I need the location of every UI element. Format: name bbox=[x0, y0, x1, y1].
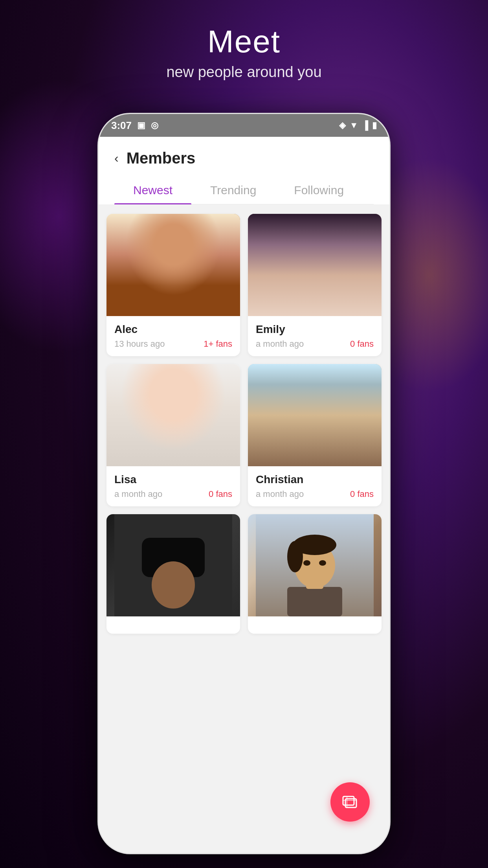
phone-shell: 3:07 ▣ ◎ ◈ ▼ ▐ ▮ ‹ Members bbox=[99, 114, 389, 853]
svg-point-42 bbox=[147, 392, 163, 427]
member-info-person5 bbox=[106, 616, 240, 634]
member-card-alec[interactable]: Alec 13 hours ago 1+ fans bbox=[106, 214, 240, 356]
no-disturb-icon: ◎ bbox=[151, 120, 158, 131]
svg-point-32 bbox=[320, 261, 325, 265]
svg-rect-0 bbox=[114, 214, 232, 316]
svg-rect-49 bbox=[287, 437, 342, 466]
member-meta-emily: a month ago 0 fans bbox=[256, 339, 374, 349]
tab-newest[interactable]: Newest bbox=[114, 177, 191, 204]
member-fans-lisa: 0 fans bbox=[209, 489, 232, 499]
hero-section: Meet new people around you bbox=[0, 24, 488, 81]
member-fans-alec: 1+ fans bbox=[204, 339, 232, 349]
svg-point-10 bbox=[152, 231, 195, 253]
svg-point-37 bbox=[138, 439, 169, 462]
app-content: ‹ Members Newest Trending Following bbox=[99, 137, 389, 853]
svg-point-45 bbox=[163, 410, 169, 414]
member-info-christian: Christian a month ago 0 fans bbox=[248, 466, 382, 506]
battery-icon: ▮ bbox=[372, 120, 377, 131]
fab-button[interactable] bbox=[330, 782, 370, 822]
member-photo-person6 bbox=[248, 514, 382, 616]
page-title: Members bbox=[127, 149, 196, 167]
member-card-person6[interactable] bbox=[248, 514, 382, 634]
fab-icon bbox=[341, 793, 359, 811]
members-grid: Alec 13 hours ago 1+ fans bbox=[99, 204, 389, 643]
member-photo-person5 bbox=[106, 514, 240, 616]
member-info-lisa: Lisa a month ago 0 fans bbox=[106, 466, 240, 506]
member-info-person6 bbox=[248, 616, 382, 634]
svg-point-59 bbox=[312, 416, 317, 423]
member-photo-christian bbox=[248, 364, 382, 466]
svg-point-53 bbox=[290, 390, 339, 401]
svg-rect-52 bbox=[293, 393, 336, 400]
phone-container: 3:07 ▣ ◎ ◈ ▼ ▐ ▮ ‹ Members bbox=[99, 114, 389, 853]
member-name-emily: Emily bbox=[256, 323, 374, 336]
svg-rect-19 bbox=[358, 214, 366, 316]
member-meta-christian: a month ago 0 fans bbox=[256, 489, 374, 499]
svg-rect-21 bbox=[307, 277, 323, 289]
svg-point-33 bbox=[313, 267, 317, 272]
svg-point-51 bbox=[294, 392, 335, 437]
status-left: 3:07 ▣ ◎ bbox=[111, 120, 158, 132]
tabs-bar: Newest Trending Following bbox=[114, 177, 374, 204]
sim-card-icon: ▣ bbox=[137, 120, 145, 131]
wifi-icon: ▼ bbox=[350, 120, 358, 131]
svg-point-46 bbox=[177, 410, 183, 414]
signal-icon: ▐ bbox=[362, 120, 368, 131]
svg-point-9 bbox=[152, 237, 195, 285]
member-name-lisa: Lisa bbox=[114, 473, 232, 486]
svg-point-24 bbox=[301, 229, 328, 252]
member-card-christian[interactable]: Christian a month ago 0 fans bbox=[248, 364, 382, 506]
svg-point-60 bbox=[303, 424, 327, 434]
member-card-emily[interactable]: Emily a month ago 0 fans bbox=[248, 214, 382, 356]
svg-point-16 bbox=[171, 262, 176, 268]
back-button[interactable]: ‹ bbox=[114, 151, 119, 166]
member-photo-emily bbox=[248, 214, 382, 316]
svg-rect-50 bbox=[306, 427, 323, 439]
svg-point-14 bbox=[162, 257, 169, 261]
app-header: ‹ Members Newest Trending Following bbox=[99, 137, 389, 204]
svg-rect-8 bbox=[163, 273, 183, 285]
svg-point-25 bbox=[301, 227, 321, 246]
svg-point-47 bbox=[171, 415, 175, 420]
svg-point-41 bbox=[153, 384, 194, 404]
svg-point-40 bbox=[154, 392, 193, 436]
svg-rect-20 bbox=[291, 287, 338, 316]
member-time-alec: 13 hours ago bbox=[114, 339, 165, 349]
member-time-christian: a month ago bbox=[256, 489, 304, 499]
tab-trending[interactable]: Trending bbox=[191, 177, 275, 204]
hero-subtitle: new people around you bbox=[0, 64, 488, 81]
member-card-person5[interactable] bbox=[106, 514, 240, 634]
member-meta-lisa: a month ago 0 fans bbox=[114, 489, 232, 499]
svg-point-44 bbox=[156, 381, 191, 399]
svg-point-58 bbox=[319, 410, 326, 416]
status-bar: 3:07 ▣ ◎ ◈ ▼ ▐ ▮ bbox=[99, 114, 389, 137]
svg-rect-54 bbox=[314, 388, 317, 396]
svg-point-26 bbox=[300, 255, 316, 271]
member-info-alec: Alec 13 hours ago 1+ fans bbox=[106, 316, 240, 356]
svg-point-69 bbox=[287, 541, 303, 572]
svg-point-23 bbox=[293, 235, 336, 255]
svg-point-71 bbox=[319, 560, 326, 566]
svg-point-34 bbox=[308, 273, 321, 279]
svg-line-30 bbox=[330, 262, 337, 263]
tab-following[interactable]: Following bbox=[275, 177, 363, 204]
svg-rect-36 bbox=[142, 437, 205, 466]
member-photo-alec bbox=[106, 214, 240, 316]
member-info-emily: Emily a month ago 0 fans bbox=[248, 316, 382, 356]
status-right: ◈ ▼ ▐ ▮ bbox=[339, 120, 377, 131]
svg-rect-48 bbox=[256, 364, 374, 466]
svg-point-11 bbox=[147, 239, 161, 267]
svg-point-22 bbox=[294, 242, 335, 288]
svg-rect-35 bbox=[114, 364, 232, 466]
member-name-christian: Christian bbox=[256, 473, 374, 486]
svg-point-27 bbox=[315, 255, 330, 271]
member-name-alec: Alec bbox=[114, 323, 232, 336]
svg-rect-65 bbox=[287, 587, 342, 616]
svg-rect-1 bbox=[146, 281, 201, 316]
svg-point-13 bbox=[157, 267, 190, 285]
header-nav: ‹ Members bbox=[114, 149, 374, 177]
svg-line-28 bbox=[293, 262, 300, 263]
member-card-lisa[interactable]: Lisa a month ago 0 fans bbox=[106, 364, 240, 506]
svg-point-56 bbox=[283, 397, 299, 403]
status-time: 3:07 bbox=[111, 120, 132, 132]
